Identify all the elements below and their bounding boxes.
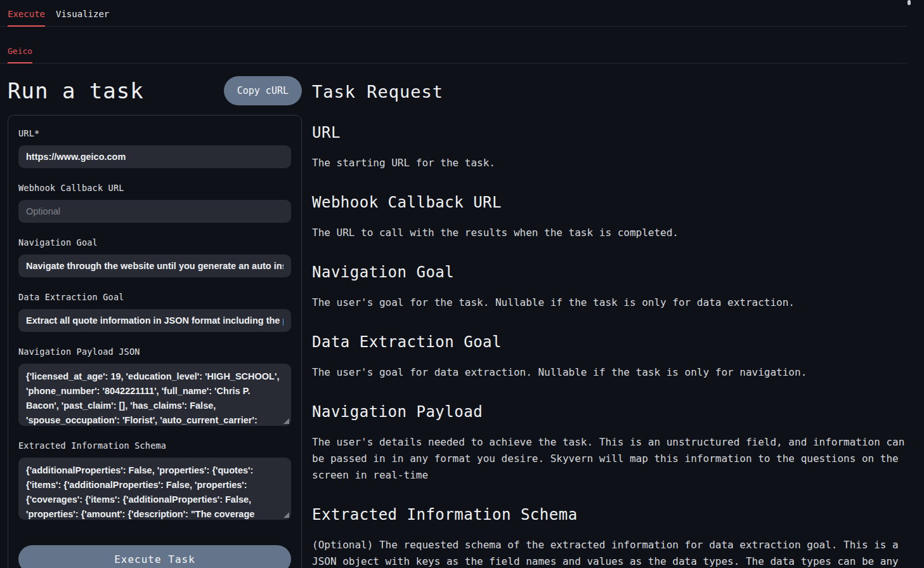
data-extraction-goal-label: Data Extraction Goal	[18, 292, 291, 302]
task-request-docs: Task Request URL The starting URL for th…	[312, 63, 908, 568]
tab-visualizer[interactable]: Visualizer	[56, 9, 109, 26]
navigation-goal-input[interactable]	[18, 254, 291, 277]
navigation-payload-wrap: {'licensed_at_age': 19, 'education_level…	[18, 364, 291, 426]
doc-heading-navigation-payload: Navigation Payload	[312, 403, 908, 421]
doc-body-url: The starting URL for the task.	[312, 155, 908, 171]
doc-body-navigation-payload: The user's details needed to achieve the…	[312, 434, 908, 484]
field-webhook-url: Webhook Callback URL	[18, 183, 291, 223]
resize-grip-icon[interactable]	[283, 418, 289, 424]
tab-execute-label: Execute	[8, 9, 45, 19]
docs-title: Task Request	[312, 82, 908, 102]
execute-task-button[interactable]: Execute Task	[18, 545, 291, 568]
field-navigation-payload: Navigation Payload JSON {'licensed_at_ag…	[18, 347, 291, 426]
doc-body-webhook: The URL to call with the results when th…	[312, 225, 908, 241]
doc-body-extracted-schema: (Optional) The requested schema of the e…	[312, 537, 908, 568]
field-data-extraction-goal: Data Extraction Goal	[18, 292, 291, 332]
field-url: URL*	[18, 128, 291, 168]
url-input[interactable]	[18, 145, 291, 168]
copy-curl-button[interactable]: Copy cURL	[224, 76, 302, 105]
extracted-schema-textarea[interactable]: {'additionalProperties': False, 'propert…	[18, 458, 291, 520]
extracted-schema-wrap: {'additionalProperties': False, 'propert…	[18, 458, 291, 520]
doc-body-navigation-goal: The user's goal for the task. Nullable i…	[312, 294, 908, 311]
page-title: Run a task	[8, 78, 144, 103]
field-extracted-schema: Extracted Information Schema {'additiona…	[18, 440, 291, 520]
doc-heading-url: URL	[312, 124, 908, 142]
navigation-payload-textarea[interactable]: {'licensed_at_age': 19, 'education_level…	[18, 364, 291, 426]
skyvern-app: Execute Visualizer Geico Run a task Copy…	[0, 0, 924, 568]
navigation-goal-label: Navigation Goal	[18, 237, 291, 248]
extracted-schema-label: Extracted Information Schema	[18, 440, 291, 451]
title-row: Run a task Copy cURL	[8, 76, 302, 106]
tab-execute[interactable]: Execute	[8, 9, 45, 26]
doc-body-data-extraction-goal: The user's goal for data extraction. Nul…	[312, 364, 908, 381]
doc-heading-webhook: Webhook Callback URL	[312, 194, 908, 211]
webhook-url-label: Webhook Callback URL	[18, 183, 291, 193]
tab-geico[interactable]: Geico	[8, 46, 32, 63]
tab-geico-label: Geico	[8, 46, 32, 56]
main-tab-bar: Execute Visualizer	[0, 0, 907, 27]
doc-heading-navigation-goal: Navigation Goal	[312, 263, 908, 281]
scrollbar-thumb[interactable]	[908, 0, 911, 5]
field-navigation-goal: Navigation Goal	[18, 237, 291, 277]
main-content: Run a task Copy cURL URL* Webhook Callba…	[0, 63, 924, 568]
doc-heading-extracted-schema: Extracted Information Schema	[312, 506, 908, 524]
navigation-payload-label: Navigation Payload JSON	[18, 347, 291, 357]
url-label: URL*	[18, 128, 291, 138]
task-form-card: URL* Webhook Callback URL Navigation Goa…	[8, 115, 302, 568]
data-extraction-goal-input[interactable]	[18, 309, 291, 332]
doc-heading-data-extraction-goal: Data Extraction Goal	[312, 333, 908, 351]
webhook-url-input[interactable]	[18, 200, 291, 223]
resize-grip-icon[interactable]	[283, 512, 289, 518]
run-task-panel: Run a task Copy cURL URL* Webhook Callba…	[8, 63, 302, 568]
tab-visualizer-label: Visualizer	[56, 9, 109, 19]
sub-tab-bar: Geico	[0, 27, 907, 63]
